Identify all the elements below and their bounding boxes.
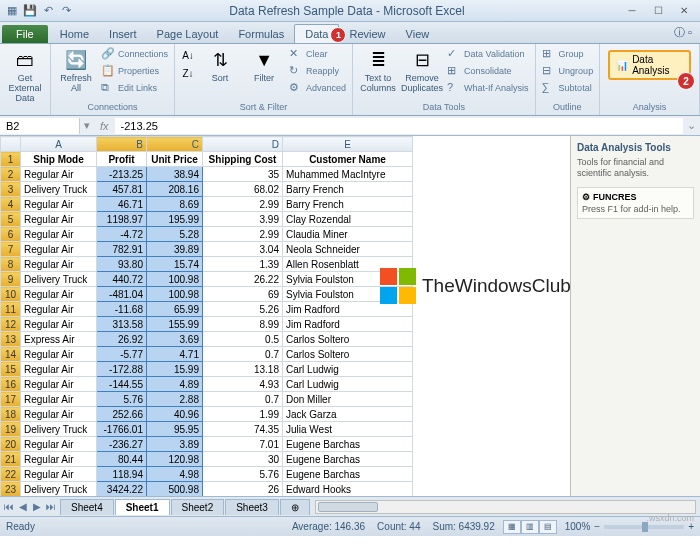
row-header[interactable]: 5: [1, 212, 21, 227]
cell[interactable]: Neola Schneider: [283, 242, 413, 257]
row-header[interactable]: 2: [1, 167, 21, 182]
cell[interactable]: 457.81: [97, 182, 147, 197]
row-header[interactable]: 16: [1, 377, 21, 392]
cell[interactable]: Regular Air: [21, 452, 97, 467]
cell[interactable]: Regular Air: [21, 377, 97, 392]
cell[interactable]: 5.26: [203, 302, 283, 317]
sort-desc-button[interactable]: Z↓: [179, 64, 197, 82]
cell[interactable]: 252.66: [97, 407, 147, 422]
undo-icon[interactable]: ↶: [40, 3, 56, 19]
edit-links-button[interactable]: ⧉Edit Links: [99, 80, 170, 96]
cell[interactable]: 65.99: [147, 302, 203, 317]
remove-duplicates-button[interactable]: ⊟Remove Duplicates: [401, 46, 443, 96]
cell[interactable]: 5.28: [147, 227, 203, 242]
cell[interactable]: 500.98: [147, 482, 203, 497]
page-layout-view-button[interactable]: ▥: [521, 520, 539, 534]
cell[interactable]: 2.88: [147, 392, 203, 407]
sheet-tab[interactable]: Sheet4: [60, 499, 114, 515]
cell[interactable]: -11.68: [97, 302, 147, 317]
cell[interactable]: Regular Air: [21, 227, 97, 242]
whatif-button[interactable]: ?What-If Analysis: [445, 80, 531, 96]
cell[interactable]: Delivery Truck: [21, 182, 97, 197]
cell[interactable]: 440.72: [97, 272, 147, 287]
close-button[interactable]: ✕: [672, 3, 696, 19]
data-analysis-button[interactable]: 📊 Data Analysis 2: [608, 50, 691, 80]
col-header-A[interactable]: A: [21, 137, 97, 152]
cell[interactable]: 15.99: [147, 362, 203, 377]
cell[interactable]: Jim Radford: [283, 302, 413, 317]
row-header[interactable]: 11: [1, 302, 21, 317]
text-to-columns-button[interactable]: ≣Text to Columns: [357, 46, 399, 96]
cell[interactable]: Sylvia Foulston: [283, 287, 413, 302]
cell[interactable]: Regular Air: [21, 467, 97, 482]
cell[interactable]: Barry French: [283, 182, 413, 197]
cell[interactable]: 1198.97: [97, 212, 147, 227]
reapply-button[interactable]: ↻Reapply: [287, 63, 348, 79]
cell[interactable]: 68.02: [203, 182, 283, 197]
row-header[interactable]: 3: [1, 182, 21, 197]
col-header-E[interactable]: E: [283, 137, 413, 152]
cell[interactable]: 15.74: [147, 257, 203, 272]
sort-button[interactable]: ⇅Sort: [199, 46, 241, 86]
select-all-cell[interactable]: [1, 137, 21, 152]
cell[interactable]: Regular Air: [21, 437, 97, 452]
col-header-B[interactable]: B: [97, 137, 147, 152]
cell[interactable]: Eugene Barchas: [283, 452, 413, 467]
cell[interactable]: 0.5: [203, 332, 283, 347]
cell[interactable]: 74.35: [203, 422, 283, 437]
row-header[interactable]: 4: [1, 197, 21, 212]
cell[interactable]: Allen Rosenblatt: [283, 257, 413, 272]
cell[interactable]: 93.80: [97, 257, 147, 272]
cell[interactable]: Don Miller: [283, 392, 413, 407]
tab-insert[interactable]: Insert: [99, 25, 147, 43]
cell[interactable]: 0.7: [203, 347, 283, 362]
cell[interactable]: Delivery Truck: [21, 422, 97, 437]
cell[interactable]: -213.25: [97, 167, 147, 182]
cell[interactable]: 46.71: [97, 197, 147, 212]
cell[interactable]: -4.72: [97, 227, 147, 242]
cell[interactable]: 2.99: [203, 197, 283, 212]
cell[interactable]: 2.99: [203, 227, 283, 242]
cell[interactable]: Regular Air: [21, 302, 97, 317]
row-header[interactable]: 8: [1, 257, 21, 272]
row-header[interactable]: 14: [1, 347, 21, 362]
cell[interactable]: 5.76: [97, 392, 147, 407]
cell[interactable]: 13.18: [203, 362, 283, 377]
cell[interactable]: 26: [203, 482, 283, 497]
normal-view-button[interactable]: ▦: [503, 520, 521, 534]
ungroup-button[interactable]: ⊟Ungroup: [540, 63, 596, 79]
row-header[interactable]: 22: [1, 467, 21, 482]
tab-next-icon[interactable]: ▶: [30, 501, 44, 512]
data-validation-button[interactable]: ✓Data Validation: [445, 46, 531, 62]
cell[interactable]: Regular Air: [21, 242, 97, 257]
sort-asc-button[interactable]: A↓: [179, 46, 197, 64]
group-button[interactable]: ⊞Group: [540, 46, 596, 62]
cell[interactable]: Carlos Soltero: [283, 332, 413, 347]
cell[interactable]: Carl Ludwig: [283, 362, 413, 377]
row-header[interactable]: 19: [1, 422, 21, 437]
cell[interactable]: 8.69: [147, 197, 203, 212]
advanced-button[interactable]: ⚙Advanced: [287, 80, 348, 96]
horizontal-scrollbar[interactable]: [315, 500, 696, 514]
tab-data[interactable]: Data1: [294, 24, 339, 43]
cell[interactable]: 3.69: [147, 332, 203, 347]
cell[interactable]: 4.98: [147, 467, 203, 482]
cell[interactable]: Regular Air: [21, 197, 97, 212]
zoom-level[interactable]: 100%: [565, 521, 591, 532]
cell[interactable]: Regular Air: [21, 362, 97, 377]
cell[interactable]: 95.95: [147, 422, 203, 437]
grid[interactable]: A B C D E 1 Ship Mode Profit Unit Price …: [0, 136, 570, 496]
cell[interactable]: -172.88: [97, 362, 147, 377]
sheet-tab[interactable]: Sheet3: [225, 499, 279, 515]
page-break-view-button[interactable]: ▤: [539, 520, 557, 534]
formula-expand-icon[interactable]: ⌄: [683, 119, 700, 132]
row-header[interactable]: 23: [1, 482, 21, 497]
cell[interactable]: 7.01: [203, 437, 283, 452]
row-header[interactable]: 15: [1, 362, 21, 377]
redo-icon[interactable]: ↷: [58, 3, 74, 19]
cell[interactable]: Regular Air: [21, 407, 97, 422]
cell[interactable]: Regular Air: [21, 287, 97, 302]
cell[interactable]: 39.89: [147, 242, 203, 257]
tab-home[interactable]: Home: [50, 25, 99, 43]
cell[interactable]: Claudia Miner: [283, 227, 413, 242]
